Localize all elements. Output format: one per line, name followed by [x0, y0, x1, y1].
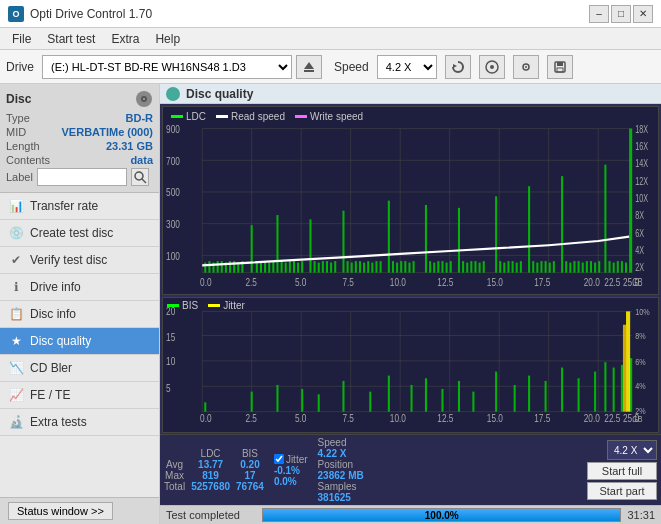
- jitter-checkbox[interactable]: [274, 454, 284, 464]
- svg-rect-112: [462, 261, 464, 273]
- svg-rect-200: [528, 376, 530, 412]
- svg-text:2.5: 2.5: [246, 413, 257, 425]
- max-label: Max: [165, 470, 184, 481]
- chart-bottom-container: BIS Jitter: [162, 297, 659, 433]
- start-full-button[interactable]: Start full: [587, 462, 657, 480]
- svg-text:8%: 8%: [635, 331, 646, 342]
- legend-ldc-label: LDC: [186, 111, 206, 122]
- refresh-button[interactable]: [445, 55, 471, 79]
- svg-rect-197: [472, 392, 474, 412]
- svg-text:15.0: 15.0: [487, 413, 503, 425]
- svg-rect-114: [470, 261, 472, 273]
- content-header-icon: [166, 87, 180, 101]
- svg-text:10.0: 10.0: [390, 275, 406, 288]
- svg-text:2%: 2%: [635, 406, 646, 417]
- app-title: Opti Drive Control 1.70: [30, 7, 152, 21]
- sidebar-item-extra-tests[interactable]: 🔬 Extra tests: [0, 409, 159, 436]
- settings-button[interactable]: [513, 55, 539, 79]
- sidebar-item-disc-quality[interactable]: ★ Disc quality: [0, 328, 159, 355]
- sidebar-item-fe-te[interactable]: 📈 FE / TE: [0, 382, 159, 409]
- disc-button[interactable]: [479, 55, 505, 79]
- svg-rect-105: [429, 261, 431, 273]
- maximize-button[interactable]: □: [611, 5, 631, 23]
- titlebar: O Opti Drive Control 1.70 – □ ✕: [0, 0, 661, 28]
- menu-extra[interactable]: Extra: [103, 30, 147, 48]
- svg-text:5.0: 5.0: [295, 413, 306, 425]
- svg-rect-147: [625, 263, 627, 273]
- svg-rect-185: [204, 403, 206, 412]
- svg-rect-113: [466, 263, 468, 273]
- svg-text:10: 10: [166, 355, 175, 367]
- svg-rect-132: [561, 176, 563, 273]
- svg-rect-186: [251, 392, 253, 412]
- disc-label-input[interactable]: [37, 168, 127, 186]
- jitter-col: Jitter -0.1% 0.0%: [274, 454, 308, 487]
- start-part-button[interactable]: Start part: [587, 482, 657, 500]
- svg-text:2.5: 2.5: [246, 275, 258, 288]
- create-test-disc-icon: 💿: [8, 225, 24, 241]
- sidebar-item-drive-info[interactable]: ℹ Drive info: [0, 274, 159, 301]
- svg-rect-76: [289, 261, 291, 273]
- svg-text:7.5: 7.5: [342, 275, 354, 288]
- menu-file[interactable]: File: [4, 30, 39, 48]
- svg-text:5.0: 5.0: [295, 275, 307, 288]
- disc-mid-value: VERBATIMe (000): [62, 126, 153, 138]
- sidebar-item-create-test-disc[interactable]: 💿 Create test disc: [0, 220, 159, 247]
- disc-contents-value: data: [130, 154, 153, 166]
- content-header: Disc quality: [160, 84, 661, 104]
- svg-text:10.0: 10.0: [390, 413, 406, 425]
- menu-help[interactable]: Help: [147, 30, 188, 48]
- svg-rect-80: [309, 219, 311, 272]
- fe-te-icon: 📈: [8, 387, 24, 403]
- drive-label: Drive: [6, 60, 34, 74]
- svg-point-13: [135, 172, 143, 180]
- sidebar-item-transfer-rate[interactable]: 📊 Transfer rate: [0, 193, 159, 220]
- disc-contents-label: Contents: [6, 154, 50, 166]
- disc-mid-label: MID: [6, 126, 26, 138]
- svg-rect-120: [503, 263, 505, 273]
- bis-avg: 0.20: [240, 459, 259, 470]
- minimize-button[interactable]: –: [589, 5, 609, 23]
- svg-rect-126: [532, 261, 534, 273]
- gear-icon: [519, 60, 533, 74]
- sidebar-label-drive-info: Drive info: [30, 280, 81, 294]
- svg-point-4: [490, 65, 494, 69]
- svg-rect-202: [561, 368, 563, 412]
- disc-label-button[interactable]: [131, 168, 149, 186]
- svg-rect-119: [499, 261, 501, 273]
- svg-rect-144: [613, 263, 615, 273]
- svg-rect-71: [268, 263, 270, 273]
- sidebar-label-verify-test-disc: Verify test disc: [30, 253, 107, 267]
- svg-text:15.0: 15.0: [487, 275, 503, 288]
- svg-rect-77: [293, 261, 295, 273]
- menu-starttest[interactable]: Start test: [39, 30, 103, 48]
- close-button[interactable]: ✕: [633, 5, 653, 23]
- legend-read-speed: Read speed: [216, 111, 285, 122]
- speed-label: Speed: [334, 60, 369, 74]
- sidebar-label-disc-quality: Disc quality: [30, 334, 91, 348]
- jitter-check-row: Jitter: [274, 454, 308, 465]
- svg-rect-60: [217, 261, 219, 273]
- sidebar-item-disc-info[interactable]: 📋 Disc info: [0, 301, 159, 328]
- svg-rect-74: [281, 261, 283, 273]
- sidebar-item-verify-test-disc[interactable]: ✔ Verify test disc: [0, 247, 159, 274]
- speed-select[interactable]: 4.2 X: [607, 440, 657, 460]
- svg-text:100: 100: [166, 249, 180, 262]
- svg-rect-58: [208, 261, 210, 273]
- drive-selector[interactable]: (E:) HL-DT-ST BD-RE WH16NS48 1.D3: [42, 55, 292, 79]
- svg-rect-107: [437, 261, 439, 273]
- eject-button[interactable]: [296, 55, 322, 79]
- chart-top-container: LDC Read speed Write speed: [162, 106, 659, 295]
- svg-rect-103: [413, 261, 415, 273]
- speed-selector[interactable]: 4.2 X: [377, 55, 437, 79]
- svg-text:4X: 4X: [635, 245, 644, 256]
- save-button[interactable]: [547, 55, 573, 79]
- sidebar-item-cd-bler[interactable]: 📉 CD Bler: [0, 355, 159, 382]
- svg-rect-117: [483, 261, 485, 273]
- svg-rect-145: [617, 261, 619, 273]
- status-window-button[interactable]: Status window >>: [8, 502, 113, 520]
- disc-length-label: Length: [6, 140, 40, 152]
- svg-rect-148: [629, 129, 632, 273]
- disc-panel-header: Disc: [6, 90, 153, 108]
- svg-line-14: [142, 179, 146, 183]
